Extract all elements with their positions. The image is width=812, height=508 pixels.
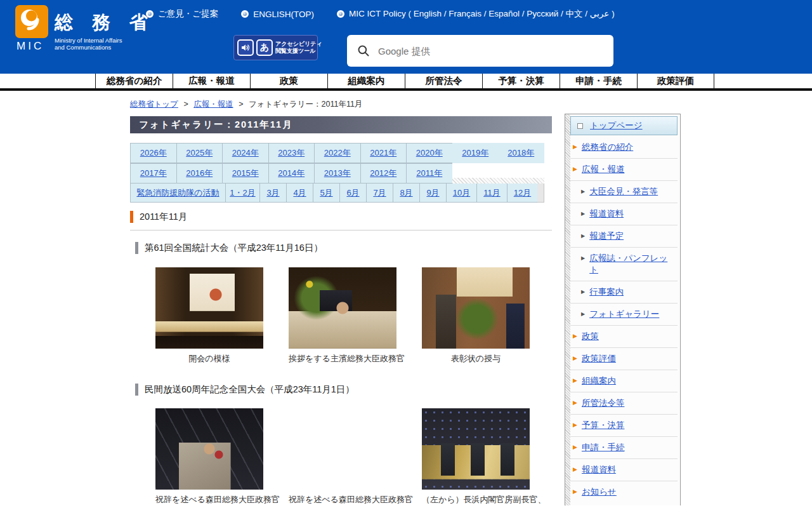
breadcrumb: 総務省トップ > 広報・報道 > フォトギャラリー：2011年11月 xyxy=(130,99,362,110)
sidebar-link[interactable]: 広報・報道 xyxy=(582,164,625,175)
year-tab-2022[interactable]: 2022年 xyxy=(314,143,360,163)
sidebar-link[interactable]: 政策評価 xyxy=(582,353,616,364)
month-link[interactable]: 9月 xyxy=(426,187,439,199)
year-link[interactable]: 2024年 xyxy=(232,147,259,159)
year-tab-2020[interactable]: 2020年 xyxy=(406,143,452,163)
year-tab-2021[interactable]: 2021年 xyxy=(360,143,407,163)
year-link[interactable]: 2011年 xyxy=(416,168,442,179)
year-tab-2023[interactable]: 2023年 xyxy=(268,143,315,163)
month-tab-3[interactable]: 3月 xyxy=(259,184,286,203)
year-link[interactable]: 2015年 xyxy=(232,168,259,179)
year-link[interactable]: 2023年 xyxy=(278,147,304,159)
nav-item-policy-evaluation[interactable]: 政策評価 xyxy=(637,74,714,88)
nav-item-organization[interactable]: 組織案内 xyxy=(327,74,405,88)
month-link[interactable]: 5月 xyxy=(320,187,332,199)
ict-policy-link[interactable]: MIC ICT Policy ( English / Français / Es… xyxy=(337,8,615,20)
year-link[interactable]: 2025年 xyxy=(186,147,213,159)
year-link[interactable]: 2013年 xyxy=(324,168,351,179)
photo-seated-guests xyxy=(422,408,530,490)
sidebar-link[interactable]: 報道資料 xyxy=(582,464,616,476)
nav-item-about[interactable]: 総務省の紹介 xyxy=(95,74,173,88)
year-tab-2025[interactable]: 2025年 xyxy=(176,143,223,163)
month-tab-6[interactable]: 6月 xyxy=(339,184,366,203)
year-tab-2012[interactable]: 2012年 xyxy=(360,163,407,184)
year-link[interactable]: 2017年 xyxy=(140,168,167,179)
month-tab-1-2[interactable]: 1・2月 xyxy=(225,184,259,203)
year-link[interactable]: 2014年 xyxy=(278,168,304,179)
month-link[interactable]: 緊急消防援助隊の活動 xyxy=(136,187,219,199)
month-tab-4[interactable]: 4月 xyxy=(286,184,313,203)
month-link[interactable]: 6月 xyxy=(346,187,359,199)
month-link[interactable]: 7月 xyxy=(373,187,386,199)
nav-label: 政策評価 xyxy=(657,75,694,87)
year-tab-2013[interactable]: 2013年 xyxy=(314,163,360,184)
arrow-right-icon: ▶ xyxy=(573,486,577,497)
month-tab-5[interactable]: 5月 xyxy=(313,184,339,203)
nav-item-application[interactable]: 申請・手続 xyxy=(560,74,637,88)
photo-vice-minister-speech xyxy=(289,267,396,349)
month-tab-7[interactable]: 7月 xyxy=(366,184,393,203)
year-link[interactable]: 2019年 xyxy=(462,147,488,159)
nav-item-laws[interactable]: 所管法令 xyxy=(405,74,482,88)
tab-emergency-fire-aid[interactable]: 緊急消防援助隊の活動 xyxy=(130,184,225,203)
sidebar-link[interactable]: フォトギャラリー xyxy=(589,309,659,320)
year-link[interactable]: 2026年 xyxy=(140,147,167,159)
sidebar-link[interactable]: 大臣会見・発言等 xyxy=(589,186,658,197)
sidebar-link[interactable]: 所管法令等 xyxy=(582,398,625,409)
sidebar-link[interactable]: 広報誌・パンフレット xyxy=(589,253,672,276)
month-link[interactable]: 10月 xyxy=(453,187,470,199)
month-row-filler xyxy=(537,184,544,203)
breadcrumb-home-link[interactable]: 総務省トップ xyxy=(130,100,178,109)
mic-logo[interactable]: MIC 総 務 省 Ministry of Internal Affairs a… xyxy=(15,5,142,69)
sidebar-link[interactable]: 申請・手続 xyxy=(582,442,625,453)
sidebar-link[interactable]: 予算・決算 xyxy=(582,420,625,431)
year-link[interactable]: 2012年 xyxy=(370,168,396,179)
nav-item-public-relations[interactable]: 広報・報道 xyxy=(173,74,250,88)
year-tab-2011[interactable]: 2011年 xyxy=(406,163,452,184)
month-link[interactable]: 1・2月 xyxy=(230,187,255,199)
month-tab-8[interactable]: 8月 xyxy=(393,184,419,203)
header-utility-links: ご意見・ご提案 ENGLISH(TOP) MIC ICT Policy ( En… xyxy=(146,8,615,20)
year-link[interactable]: 2022年 xyxy=(324,147,351,159)
month-tab-12[interactable]: 12月 xyxy=(507,184,537,203)
search-input[interactable] xyxy=(378,46,603,57)
month-link[interactable]: 11月 xyxy=(483,187,501,199)
year-tab-2016[interactable]: 2016年 xyxy=(176,163,223,184)
year-tab-2017[interactable]: 2017年 xyxy=(130,163,176,184)
photo-caption: 祝辞を述べる森田総務大臣政務官 xyxy=(155,494,263,505)
sidebar-link[interactable]: トップページ xyxy=(590,120,643,131)
year-tab-2018[interactable]: 2018年 xyxy=(498,143,544,163)
accessibility-tool-button[interactable]: あ アクセシビリティ 閲覧支援ツール xyxy=(233,35,318,60)
month-tab-11[interactable]: 11月 xyxy=(476,184,507,203)
year-link[interactable]: 2021年 xyxy=(370,147,396,159)
month-tab-9[interactable]: 9月 xyxy=(419,184,446,203)
year-tab-2014[interactable]: 2014年 xyxy=(268,163,315,184)
breadcrumb-pr-link[interactable]: 広報・報道 xyxy=(193,100,233,109)
sidebar-link[interactable]: 報道資料 xyxy=(589,208,624,220)
nav-item-policy[interactable]: 政策 xyxy=(250,74,327,88)
year-link[interactable]: 2020年 xyxy=(416,147,443,159)
english-link[interactable]: ENGLISH(TOP) xyxy=(241,10,314,19)
sidebar-link[interactable]: 政策 xyxy=(582,331,599,342)
year-link[interactable]: 2016年 xyxy=(186,168,213,179)
sidebar-link[interactable]: 組織案内 xyxy=(582,375,616,387)
month-link[interactable]: 3月 xyxy=(266,187,279,199)
sidebar-link[interactable]: 行事案内 xyxy=(589,286,624,298)
sidebar-link[interactable]: 報道予定 xyxy=(589,231,624,242)
sidebar-link[interactable]: お知らせ xyxy=(582,486,617,498)
year-tab-2026[interactable]: 2026年 xyxy=(130,143,176,163)
feedback-link[interactable]: ご意見・ご提案 xyxy=(146,8,218,20)
year-tab-2019[interactable]: 2019年 xyxy=(452,143,499,163)
month-link[interactable]: 4月 xyxy=(293,187,306,199)
year-link[interactable]: 2018年 xyxy=(508,147,534,159)
year-tab-2024[interactable]: 2024年 xyxy=(222,143,268,163)
month-link[interactable]: 8月 xyxy=(400,187,412,199)
feedback-link-label: ご意見・ご提案 xyxy=(158,8,218,20)
sidebar-link[interactable]: 総務省の紹介 xyxy=(582,142,633,153)
month-link[interactable]: 12月 xyxy=(514,187,531,199)
month-tab-10[interactable]: 10月 xyxy=(446,184,476,203)
nav-item-budget[interactable]: 予算・決算 xyxy=(482,74,560,88)
logo-kanji-text: 総 務 省 xyxy=(55,10,155,36)
year-tab-2015[interactable]: 2015年 xyxy=(222,163,268,184)
arrow-right-icon: ▶ xyxy=(581,208,585,219)
